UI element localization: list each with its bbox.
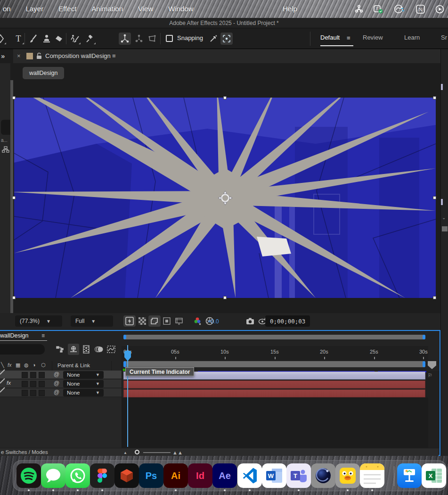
teams-status-icon[interactable]: T [374, 4, 383, 14]
zoom-slider-track[interactable] [143, 452, 171, 453]
snap-options-icon[interactable] [207, 33, 220, 45]
workspace-small-screen[interactable]: Sr [441, 34, 447, 41]
composition-panel-title[interactable]: Composition wallDesign [45, 52, 111, 59]
zoom-out-icon[interactable]: ▲ [123, 451, 127, 455]
selection-handle[interactable] [12, 296, 16, 299]
type-tool-icon[interactable]: T [12, 33, 24, 45]
dock-box-app[interactable] [114, 463, 139, 488]
timeline-zoom-slider[interactable]: ▲ ▲▲ [123, 449, 180, 455]
switch-cell[interactable] [30, 390, 36, 396]
exposure-value[interactable]: +0.0 [208, 318, 219, 325]
switch-cell[interactable] [22, 390, 28, 396]
transparency-grid-icon[interactable] [136, 315, 148, 327]
layer-marker-icon[interactable]: ⚐ [428, 372, 432, 379]
dock-notes[interactable] [360, 463, 384, 488]
parent-dropdown[interactable]: None▼ [63, 389, 104, 396]
draft-3d-icon[interactable] [68, 344, 79, 355]
dock-word[interactable]: W [262, 463, 286, 488]
dock-cyberduck[interactable] [335, 463, 360, 488]
motion-blur-icon[interactable] [93, 344, 105, 355]
flowchart-icon[interactable] [2, 146, 9, 153]
menu-view[interactable]: View [130, 0, 161, 18]
creative-cloud-sync-icon[interactable] [393, 4, 406, 14]
resolution-dropdown[interactable]: Full▼ [71, 315, 113, 327]
switch-cell[interactable] [39, 372, 45, 378]
menu-layer[interactable]: Layer [18, 0, 51, 18]
anchor-all-tool-icon[interactable] [133, 33, 145, 45]
graph-editor-icon[interactable] [106, 344, 117, 355]
layer-row-1[interactable]: @ None▼ [0, 371, 122, 379]
collapsed-right-panels-strip[interactable]: ⌄ [440, 49, 448, 456]
menu-effect[interactable]: Effect [51, 0, 84, 18]
layer-bar-3[interactable] [123, 389, 425, 397]
selection-handle[interactable] [223, 296, 227, 299]
workspace-learn[interactable]: Learn [404, 34, 420, 41]
time-ruler[interactable]: 00s 05s 10s 15s 20s 25s 30s [122, 346, 428, 360]
menu-composition-partial[interactable]: on [0, 0, 18, 18]
toggle-switches-modes-label[interactable]: e Switches / Modes [0, 449, 48, 455]
dock-spotify[interactable] [16, 463, 41, 488]
pickwhip-icon[interactable]: @ [54, 380, 59, 387]
channels-icon[interactable] [191, 315, 204, 327]
parent-link-header[interactable]: Parent & Link [57, 363, 90, 368]
region-of-interest-icon[interactable] [148, 315, 161, 327]
comp-mini-flowchart-icon[interactable] [55, 344, 66, 355]
puppet-pin-tool-icon[interactable] [84, 33, 96, 45]
switch-cell[interactable] [39, 381, 45, 387]
dock-indesign[interactable]: Id [188, 463, 212, 488]
dock-after-effects[interactable]: Ae [212, 463, 237, 488]
anchor-behind-tool-icon[interactable] [119, 33, 131, 45]
clone-stamp-tool-icon[interactable] [41, 33, 53, 45]
free-transform-tool-icon[interactable] [146, 33, 158, 45]
selection-handle[interactable] [12, 96, 16, 99]
comp-marker-bin-icon[interactable] [428, 361, 436, 369]
dock-cinema4d[interactable] [311, 463, 335, 488]
dock-vscode[interactable] [237, 463, 262, 488]
pickwhip-icon[interactable]: @ [54, 389, 59, 396]
crop-region-icon[interactable] [173, 315, 185, 327]
zoom-in-icon[interactable]: ▲▲ [172, 450, 183, 455]
selection-handle[interactable] [433, 196, 436, 199]
workspace-review[interactable]: Review [363, 34, 383, 41]
guides-icon[interactable] [161, 315, 173, 327]
menu-window[interactable]: Window [161, 0, 201, 18]
work-area-bar[interactable] [123, 361, 425, 367]
switch-cell[interactable] [39, 390, 45, 396]
eraser-tool-icon[interactable] [53, 33, 65, 45]
parent-dropdown[interactable]: None▼ [63, 371, 104, 379]
brush-tool-icon[interactable] [27, 33, 40, 45]
selection-handle[interactable] [433, 96, 436, 99]
project-search-fragment[interactable] [1, 120, 10, 135]
pickwhip-icon[interactable]: @ [54, 371, 59, 378]
selection-handle[interactable] [12, 196, 16, 199]
timeline-panel-menu-icon[interactable]: ≡ [41, 332, 45, 339]
zoom-slider-handle[interactable] [135, 450, 139, 454]
snapping-checkbox[interactable] [166, 35, 173, 42]
close-panel-icon[interactable]: × [17, 52, 21, 59]
workspace-menu-icon[interactable]: ≡ [347, 34, 350, 41]
play-circle-icon[interactable] [435, 5, 444, 14]
unlock-icon[interactable] [36, 52, 42, 60]
selection-handle[interactable] [433, 296, 436, 299]
dock-teams[interactable]: T [286, 463, 311, 488]
preview-timecode[interactable]: 0;00;00;03 [265, 315, 310, 327]
composition-viewport[interactable] [13, 80, 440, 313]
snapshot-camera-icon[interactable] [244, 315, 256, 327]
magnification-dropdown[interactable]: (77.3%)▼ [15, 315, 62, 327]
fx-badge[interactable]: fx [7, 380, 11, 386]
timeline-search-input[interactable] [0, 344, 45, 355]
fast-preview-icon[interactable] [123, 315, 136, 327]
dock-keynote[interactable] [397, 463, 422, 488]
menu-help[interactable]: Help [275, 0, 305, 18]
panel-menu-icon[interactable]: ≡ [112, 52, 116, 59]
layer-bar-2[interactable] [123, 380, 425, 388]
pen-tool-icon[interactable] [0, 33, 7, 45]
notion-icon[interactable]: N [416, 5, 425, 14]
dock-messages[interactable] [41, 463, 65, 488]
dock-whatsapp[interactable] [65, 463, 90, 488]
layer-row-2[interactable]: fx @ None▼ [0, 380, 122, 388]
chevron-down-icon[interactable]: ⌄ [442, 215, 446, 220]
parent-dropdown[interactable]: None▼ [63, 380, 104, 388]
nodes-icon[interactable] [355, 5, 363, 13]
layer-row-3[interactable]: @ None▼ [0, 388, 122, 397]
